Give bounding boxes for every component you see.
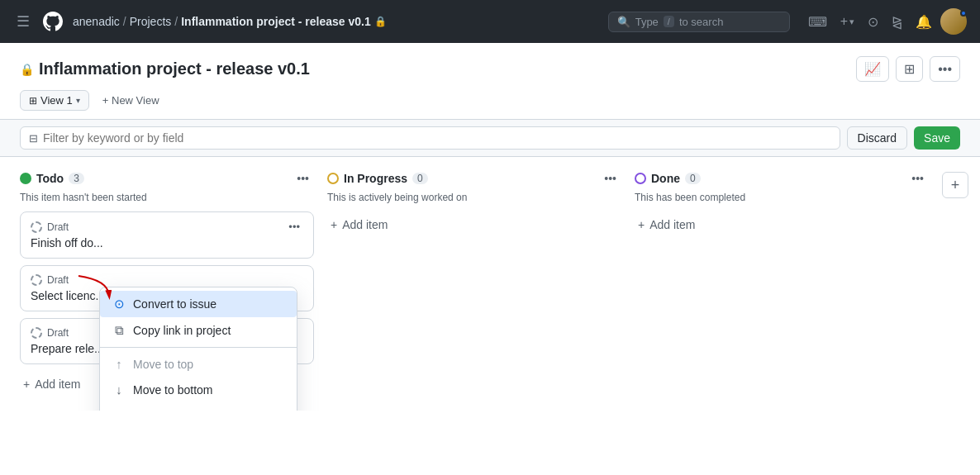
search-suffix: to search [679, 16, 723, 28]
topnav: ☰ anenadic / Projects / Inflammation pro… [0, 0, 980, 43]
issues-button[interactable]: ⊙ [863, 9, 883, 35]
github-logo [40, 8, 66, 35]
col-done-count: 0 [685, 173, 701, 184]
card-2-label: Draft [47, 274, 69, 286]
search-label: Type [635, 16, 659, 28]
card-1-menu[interactable]: ••• [285, 221, 303, 233]
breadcrumb: anenadic / Projects / Inflammation proje… [73, 15, 387, 28]
terminal-button[interactable]: ⌨ [803, 9, 832, 35]
page-header: 🔒 Inflammation project - release v0.1 📈 … [0, 43, 980, 82]
move-bottom-label: Move to bottom [133, 383, 213, 397]
col-todo-count: 3 [69, 173, 84, 184]
add-column-button[interactable]: + [942, 172, 968, 198]
move-top-label: Move to top [133, 358, 193, 371]
page-header-actions: 📈 ⊞ ••• [856, 56, 960, 82]
card-1-header: Draft ••• [31, 221, 303, 233]
menu-item-move-column[interactable]: ↔ Move to column ▶ [100, 402, 297, 411]
col-todo-description: This item hasn't been started [20, 192, 314, 203]
more-options-page[interactable]: ••• [930, 56, 960, 82]
move-column-icon: ↔ [112, 408, 126, 411]
col-done-title: Done [651, 172, 680, 185]
topnav-search[interactable]: 🔍 Type / to search [608, 12, 790, 32]
col-inprogress-menu[interactable]: ••• [599, 170, 621, 187]
notifications-button[interactable]: 🔔 [911, 9, 937, 35]
convert-label: Convert to issue [133, 297, 216, 311]
menu-item-move-top: ↑ Move to top [100, 351, 297, 377]
page-title-lock: 🔒 [20, 63, 34, 76]
breadcrumb-sep2: / [174, 15, 178, 28]
card-2-header: Draft [31, 274, 303, 286]
plus-icon: + [23, 378, 30, 391]
view-tab-1[interactable]: ⊞ View 1 ▾ [20, 90, 89, 111]
todo-add-label: Add item [35, 378, 80, 391]
save-button[interactable]: Save [914, 126, 960, 150]
inprogress-add-label: Add item [342, 218, 388, 231]
plus-button[interactable]: + ▾ [835, 9, 859, 34]
todo-add-item[interactable]: + Add item [20, 371, 83, 397]
plus-icon-3: + [638, 218, 645, 231]
convert-icon: ⊙ [112, 297, 126, 311]
copy-link-icon: ⧉ [112, 323, 126, 338]
copy-link-label: Copy link in project [133, 324, 231, 337]
col-todo-title: Todo [36, 172, 64, 185]
hamburger-button[interactable]: ☰ [13, 9, 33, 34]
filter-icon: ⊟ [29, 132, 38, 145]
filter-actions: Discard Save [847, 126, 960, 150]
page-title: 🔒 Inflammation project - release v0.1 [20, 59, 310, 78]
search-icon: 🔍 [617, 16, 630, 28]
col-inprogress-count: 0 [412, 173, 428, 184]
column-in-progress: In Progress 0 ••• This is actively being… [327, 170, 621, 397]
move-column-arrow: ▶ [277, 409, 285, 411]
avatar-wrap[interactable] [940, 8, 967, 35]
pullrequest-button[interactable]: ⧎ [887, 9, 907, 35]
filter-bar: ⊟ Discard Save [0, 120, 980, 157]
layout-button[interactable]: ⊞ [896, 56, 923, 82]
column-todo-header: Todo 3 ••• [20, 170, 314, 187]
filter-input[interactable] [43, 131, 831, 145]
add-column-wrap: + [942, 170, 975, 397]
status-dot-yellow [327, 173, 339, 184]
col-inprogress-title: In Progress [344, 172, 407, 185]
inprogress-add-item[interactable]: + Add item [327, 211, 391, 238]
new-view-button[interactable]: + New View [96, 91, 166, 110]
discard-button[interactable]: Discard [847, 126, 907, 150]
menu-item-convert[interactable]: ⊙ Convert to issue [100, 291, 297, 317]
lock-icon-breadcrumb: 🔒 [374, 16, 387, 27]
menu-divider-1 [100, 347, 297, 348]
breadcrumb-projects[interactable]: Projects [130, 15, 172, 28]
main-content: 🔒 Inflammation project - release v0.1 📈 … [0, 43, 980, 411]
view-tab-label: View 1 [40, 94, 73, 107]
breadcrumb-current: Inflammation project - release v0.1 [181, 15, 371, 28]
view-tabs: ⊞ View 1 ▾ + New View [0, 82, 980, 120]
chevron-down-icon: ▾ [76, 96, 80, 105]
move-column-label: Move to column [133, 409, 215, 411]
chart-button[interactable]: 📈 [856, 56, 889, 82]
search-kbd: / [664, 16, 674, 27]
draft-icon-2 [31, 274, 42, 286]
menu-item-move-bottom[interactable]: ↓ Move to bottom [100, 377, 297, 402]
card-1-title: Finish off do... [31, 236, 303, 249]
status-dot-purple [635, 173, 646, 184]
col-inprogress-description: This is actively being worked on [327, 192, 621, 203]
done-add-label: Add item [649, 218, 695, 231]
breadcrumb-sep1: / [123, 15, 126, 28]
col-inprogress-header: In Progress 0 ••• [327, 170, 621, 187]
notification-dot [960, 10, 967, 17]
col-todo-menu[interactable]: ••• [292, 170, 314, 187]
context-menu: ⊙ Convert to issue ⧉ Copy link in projec… [99, 287, 297, 411]
card-1[interactable]: Draft ••• Finish off do... [20, 211, 314, 259]
plus-icon-2: + [331, 218, 337, 231]
move-bottom-icon: ↓ [112, 382, 126, 397]
filter-input-wrap[interactable]: ⊟ [20, 126, 840, 150]
board-icon: ⊞ [29, 95, 37, 107]
done-add-item[interactable]: + Add item [635, 211, 698, 238]
col-done-menu[interactable]: ••• [906, 170, 929, 187]
col-done-description: This has been completed [635, 192, 929, 203]
topnav-actions: ⌨ + ▾ ⊙ ⧎ 🔔 [803, 8, 967, 35]
status-dot-green [20, 173, 31, 184]
column-done: Done 0 ••• This has been completed + Add… [635, 170, 929, 397]
col-done-header: Done 0 ••• [635, 170, 929, 187]
breadcrumb-user[interactable]: anenadic [73, 15, 120, 28]
menu-item-copy-link[interactable]: ⧉ Copy link in project [100, 317, 297, 344]
move-top-icon: ↑ [112, 357, 126, 371]
